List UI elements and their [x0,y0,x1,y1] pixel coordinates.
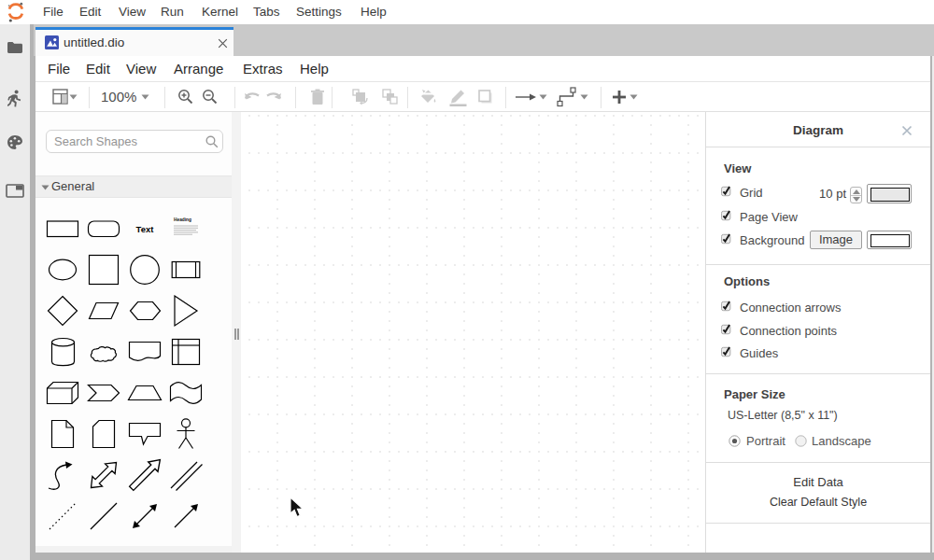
svg-text:Heading: Heading [174,217,191,222]
